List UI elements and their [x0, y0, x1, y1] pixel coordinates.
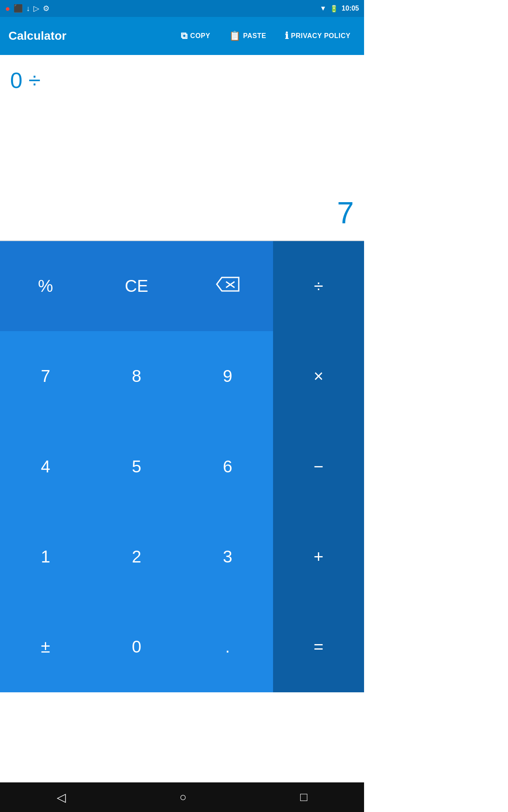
- home-icon: ○: [179, 790, 187, 804]
- info-icon: ℹ: [285, 30, 289, 41]
- subtract-label: −: [314, 457, 323, 476]
- recent-icon: □: [300, 790, 307, 804]
- divide-button[interactable]: ÷: [273, 241, 364, 331]
- eight-button[interactable]: 8: [91, 331, 182, 421]
- eight-label: 8: [132, 367, 141, 386]
- app-icon-5: ⚙: [43, 4, 50, 13]
- recent-button[interactable]: □: [292, 786, 316, 808]
- clear-entry-button[interactable]: CE: [91, 241, 182, 331]
- app-bar: Calculator ⧉ COPY 📋 PASTE ℹ PRIVACY POLI…: [0, 17, 364, 55]
- home-button[interactable]: ○: [171, 786, 195, 808]
- two-label: 2: [132, 547, 141, 566]
- plus-minus-label: ±: [41, 637, 50, 656]
- four-button[interactable]: 4: [0, 422, 91, 512]
- app-icon-2: ⬛: [14, 4, 23, 13]
- app-icon-1: ●: [5, 4, 10, 14]
- wifi-icon: ▼: [320, 5, 326, 12]
- five-label: 5: [132, 457, 141, 476]
- add-button[interactable]: +: [273, 512, 364, 602]
- back-button[interactable]: ◁: [48, 786, 75, 809]
- calculator-display: 0 ÷ 7: [0, 55, 364, 241]
- percent-label: %: [38, 277, 53, 296]
- ce-label: CE: [125, 277, 149, 296]
- nine-button[interactable]: 9: [182, 331, 273, 421]
- nav-bar: ◁ ○ □: [0, 782, 364, 812]
- decimal-button[interactable]: .: [182, 602, 273, 692]
- equals-button[interactable]: =: [273, 602, 364, 692]
- svg-marker-0: [217, 277, 239, 291]
- paste-label: PASTE: [243, 32, 266, 40]
- result-display: 7: [337, 195, 354, 230]
- keypad: % CE ÷ 7 8 9 × 4 5 6 −: [0, 241, 364, 782]
- app-icon-3: ↓: [26, 4, 30, 13]
- nine-label: 9: [223, 367, 232, 386]
- multiply-button[interactable]: ×: [273, 331, 364, 421]
- privacy-policy-button[interactable]: ℹ PRIVACY POLICY: [280, 27, 356, 45]
- divide-label: ÷: [314, 277, 323, 296]
- decimal-label: .: [225, 637, 230, 656]
- copy-icon: ⧉: [181, 30, 188, 41]
- backspace-button[interactable]: [182, 241, 273, 331]
- six-label: 6: [223, 457, 232, 476]
- back-icon: ◁: [57, 791, 66, 804]
- plus-minus-button[interactable]: ±: [0, 602, 91, 692]
- privacy-label: PRIVACY POLICY: [291, 32, 351, 40]
- one-label: 1: [41, 547, 50, 566]
- battery-icon: 🔋: [330, 5, 338, 13]
- three-button[interactable]: 3: [182, 512, 273, 602]
- paste-icon: 📋: [229, 30, 241, 41]
- zero-button[interactable]: 0: [91, 602, 182, 692]
- app-title: Calculator: [8, 29, 167, 43]
- multiply-label: ×: [314, 367, 323, 386]
- equals-label: =: [314, 637, 323, 656]
- six-button[interactable]: 6: [182, 422, 273, 512]
- copy-label: COPY: [190, 32, 210, 40]
- seven-button[interactable]: 7: [0, 331, 91, 421]
- percent-button[interactable]: %: [0, 241, 91, 331]
- status-icons-left: ● ⬛ ↓ ▷ ⚙: [5, 4, 50, 14]
- four-label: 4: [41, 457, 50, 476]
- seven-label: 7: [41, 367, 50, 386]
- subtract-button[interactable]: −: [273, 422, 364, 512]
- five-button[interactable]: 5: [91, 422, 182, 512]
- two-button[interactable]: 2: [91, 512, 182, 602]
- status-right: ▼ 🔋 10:05: [320, 5, 359, 13]
- one-button[interactable]: 1: [0, 512, 91, 602]
- time-display: 10:05: [342, 5, 359, 12]
- copy-button[interactable]: ⧉ COPY: [176, 27, 215, 45]
- app-icon-4: ▷: [33, 4, 39, 13]
- status-bar: ● ⬛ ↓ ▷ ⚙ ▼ 🔋 10:05: [0, 0, 364, 17]
- add-label: +: [314, 547, 323, 566]
- three-label: 3: [223, 547, 232, 566]
- paste-button[interactable]: 📋 PASTE: [224, 27, 271, 45]
- expression-display: 0 ÷: [10, 68, 354, 93]
- backspace-icon: [216, 277, 240, 296]
- zero-label: 0: [132, 637, 141, 656]
